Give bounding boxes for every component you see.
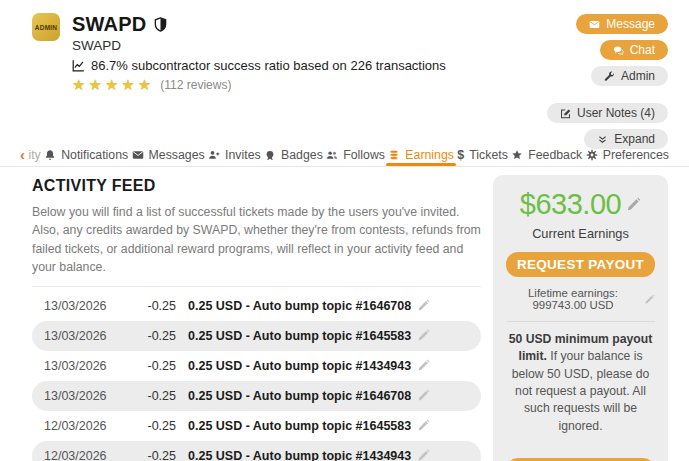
star-icon [511, 149, 523, 161]
transaction-description: 0.25 USD - Auto bump topic #1434943 [188, 359, 411, 373]
current-earnings-amount: $633.00 [520, 188, 621, 221]
transaction-date: 13/03/2026 [44, 329, 130, 343]
tab-activity-cutoff[interactable]: ity [28, 143, 40, 166]
tab-label: Notifications [61, 148, 128, 162]
envelope-icon [589, 19, 600, 30]
tab-notifications[interactable]: Notifications [44, 143, 128, 166]
shield-icon [153, 17, 168, 32]
current-earnings-label: Current Earnings [506, 226, 655, 241]
tab-invites[interactable]: Invites [208, 143, 261, 166]
tab-label: Follows [343, 148, 385, 162]
transaction-row: 13/03/2026 -0.25 0.25 USD - Auto bump to… [32, 321, 481, 351]
tab-messages[interactable]: Messages [132, 143, 205, 166]
admin-button[interactable]: Admin [591, 66, 668, 86]
wrench-icon [604, 71, 615, 82]
activity-feed-description: Below you will find a list of successful… [32, 203, 481, 277]
edit-pencil-icon[interactable] [626, 197, 641, 212]
tab-label: Preferences [603, 148, 669, 162]
transaction-description: 0.25 USD - Auto bump topic #1645583 [188, 329, 411, 343]
tab-label: Invites [225, 148, 261, 162]
edit-pencil-icon[interactable] [417, 359, 430, 372]
tab-label: Feedback [528, 148, 582, 162]
coins-icon [388, 149, 400, 161]
avatar-label: ADMIN [35, 24, 57, 31]
edit-pencil-icon[interactable] [417, 329, 430, 342]
transaction-row: 12/03/2026 -0.25 0.25 USD - Auto bump to… [32, 441, 481, 461]
transaction-amount: -0.25 [130, 359, 176, 373]
person-plus-icon [208, 149, 220, 161]
admin-button-label: Admin [621, 69, 655, 83]
tab-badges[interactable]: Badges [264, 143, 323, 166]
envelope-icon [132, 149, 144, 161]
note-edit-icon [560, 108, 571, 119]
tab-tickets[interactable]: $ Tickets [457, 143, 507, 166]
tab-label: Badges [281, 148, 323, 162]
transaction-amount: -0.25 [130, 299, 176, 313]
badge-icon [264, 149, 276, 161]
transaction-amount: -0.25 [130, 419, 176, 433]
transaction-description: 0.25 USD - Auto bump topic #1434943 [188, 449, 411, 461]
gear-icon [586, 149, 598, 161]
transaction-row: 13/03/2026 -0.25 0.25 USD - Auto bump to… [32, 291, 481, 321]
review-count[interactable]: (112 reviews) [160, 78, 231, 92]
edit-pencil-icon[interactable] [417, 419, 430, 432]
success-ratio-text: 86.7% subcontractor success ratio based … [91, 58, 446, 73]
profile-header: ADMIN SWAPD SWAPD 86.7% subcontractor su… [0, 0, 689, 143]
transaction-row: 13/03/2026 -0.25 0.25 USD - Auto bump to… [32, 381, 481, 411]
transaction-amount: -0.25 [130, 389, 176, 403]
dollar-icon: $ [457, 148, 464, 162]
transaction-description: 0.25 USD - Auto bump topic #1645583 [188, 419, 411, 433]
edit-pencil-icon[interactable] [417, 389, 430, 402]
feed-divider [32, 286, 481, 287]
tab-label: Tickets [469, 148, 508, 162]
message-button-label: Message [606, 17, 655, 31]
payout-limit-note: 50 USD minimum payout limit. If your bal… [506, 331, 655, 435]
main-content: ACTIVITY FEED Below you will find a list… [0, 173, 689, 461]
bell-icon [44, 149, 56, 161]
profile-page: ADMIN SWAPD SWAPD 86.7% subcontractor su… [0, 0, 689, 461]
transaction-amount: -0.25 [130, 449, 176, 461]
chat-button[interactable]: Chat [600, 40, 668, 60]
transaction-description: 0.25 USD - Auto bump topic #1646708 [188, 299, 411, 313]
earnings-panel: $633.00 Current Earnings REQUEST PAYOUT … [493, 175, 668, 461]
tab-preferences[interactable]: Preferences [586, 143, 669, 166]
transaction-date: 13/03/2026 [44, 299, 130, 313]
transaction-description: 0.25 USD - Auto bump topic #1646708 [188, 389, 411, 403]
activity-feed-title: ACTIVITY FEED [32, 177, 481, 195]
transaction-list: 13/03/2026 -0.25 0.25 USD - Auto bump to… [32, 291, 481, 461]
transaction-date: 12/03/2026 [44, 419, 130, 433]
chat-button-label: Chat [630, 43, 655, 57]
star-rating: ★★★★★ [72, 76, 154, 94]
tab-bar: ‹ ity Notifications Messages Invites [0, 143, 689, 167]
lifetime-earnings-text: Lifetime earnings: 999743.00 USD [506, 287, 640, 311]
tab-label: Earnings [405, 148, 454, 162]
tab-follows[interactable]: Follows [326, 143, 385, 166]
user-notes-button-label: User Notes (4) [577, 106, 655, 120]
transaction-date: 13/03/2026 [44, 359, 130, 373]
edit-pencil-icon[interactable] [644, 294, 655, 305]
transaction-date: 13/03/2026 [44, 389, 130, 403]
tab-earnings[interactable]: Earnings [388, 143, 454, 166]
user-notes-button[interactable]: User Notes (4) [547, 103, 668, 123]
people-icon [326, 149, 338, 161]
chart-line-icon [72, 59, 85, 72]
page-title: SWAPD [72, 13, 146, 36]
transaction-row: 12/03/2026 -0.25 0.25 USD - Auto bump to… [32, 411, 481, 441]
activity-feed: ACTIVITY FEED Below you will find a list… [32, 173, 493, 461]
transaction-date: 12/03/2026 [44, 449, 130, 461]
scroll-left-icon[interactable]: ‹ [20, 143, 25, 166]
tab-label: Messages [149, 148, 205, 162]
tab-feedback[interactable]: Feedback [511, 143, 582, 166]
message-button[interactable]: Message [576, 14, 668, 34]
edit-pencil-icon[interactable] [417, 299, 430, 312]
transaction-amount: -0.25 [130, 329, 176, 343]
panel-divider [506, 321, 655, 322]
transaction-row: 13/03/2026 -0.25 0.25 USD - Auto bump to… [32, 351, 481, 381]
chat-icon [613, 45, 624, 56]
avatar: ADMIN [32, 13, 60, 41]
edit-pencil-icon[interactable] [417, 449, 430, 461]
profile-actions: Message Chat Admin User N [547, 14, 668, 149]
request-payout-button[interactable]: REQUEST PAYOUT [506, 252, 655, 277]
